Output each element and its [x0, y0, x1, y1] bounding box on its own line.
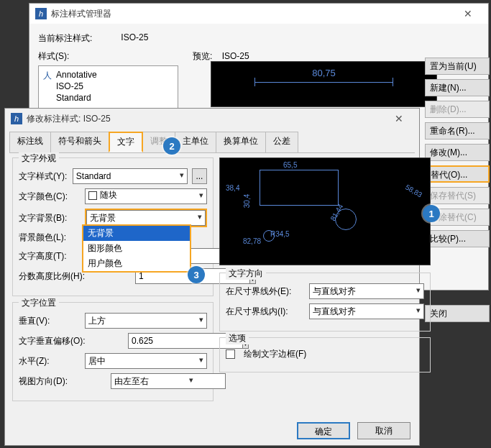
text-color-select[interactable]: 随块 — [85, 188, 207, 204]
horizontal-select[interactable] — [85, 353, 207, 369]
dialog-buttons: 确定 取消 — [297, 422, 410, 439]
mgr-title: 标注样式管理器 — [51, 8, 425, 20]
modify-dimstyle-dialog: h 修改标注样式: ISO-25 ✕ 标注线 符号和箭头 文字 调整 主单位 换… — [4, 108, 420, 446]
style-item-iso25[interactable]: ISO-25 — [40, 81, 176, 92]
text-style-browse-button[interactable]: ... — [192, 168, 207, 184]
tab-text[interactable]: 文字 — [109, 132, 143, 152]
horizontal-label: 水平(Z): — [19, 355, 81, 367]
delete-button[interactable]: 删除(D)... — [425, 101, 490, 118]
pv-dim: 82,78 — [243, 237, 261, 245]
pv-dim: 38,4 — [226, 184, 239, 192]
appearance-caption: 文字外观 — [19, 152, 59, 165]
dlg-title: 修改标注样式: ISO-25 — [27, 113, 385, 125]
text-color-label: 文字颜色(C): — [19, 191, 81, 203]
bg-color-label: 背景颜色(L): — [19, 232, 81, 244]
group-options: 选项 绘制文字边框(F) — [219, 337, 431, 372]
app-icon: h — [35, 8, 47, 19]
offset-label: 文字垂直偏移(O): — [19, 335, 98, 347]
draw-frame-label: 绘制文字边框(F) — [244, 348, 306, 360]
compare-button[interactable]: 比较(P)... — [425, 230, 490, 247]
dlg-preview-canvas: 65,5 38,4 30,4 81,44 58,83 82,78 R34,5 — [219, 157, 431, 265]
direction-caption: 文字方向 — [226, 268, 266, 280]
dlg-titlebar: h 修改标注样式: ISO-25 ✕ — [5, 109, 419, 129]
group-text-position: 文字位置 垂直(V): 文字垂直偏移(O): ▲▼ 水平(Z): 视图方向(D)… — [12, 302, 214, 401]
callout-marker-2: 2 — [163, 137, 180, 155]
current-style-value: ISO-25 — [121, 32, 148, 45]
tab-primary-units[interactable]: 主单位 — [175, 132, 216, 152]
text-bg-label: 文字背景(B): — [19, 212, 81, 224]
group-text-direction: 文字方向 在尺寸界线外(E): 在尺寸界线内(I): — [219, 273, 431, 332]
tabs-bar: 标注线 符号和箭头 文字 调整 主单位 换算单位 公差 — [9, 132, 415, 153]
outside-ext-label: 在尺寸界线外(E): — [226, 285, 305, 298]
text-bg-select[interactable] — [86, 210, 206, 226]
tab-line[interactable]: 标注线 — [9, 132, 51, 152]
new-button[interactable]: 新建(N)... — [425, 79, 490, 96]
text-bg-dropdown-list[interactable]: 无背景 图形颜色 用户颜色 — [82, 224, 191, 273]
styles-listbox[interactable]: 人Annotative ISO-25 Standard — [38, 65, 178, 110]
close-icon[interactable]: ✕ — [385, 113, 413, 124]
options-caption: 选项 — [226, 332, 249, 344]
modify-button[interactable]: 修改(M)... — [425, 144, 490, 161]
mgr-titlebar: h 标注样式管理器 ✕ — [29, 4, 488, 24]
inside-ext-select[interactable] — [309, 303, 424, 319]
style-item-standard[interactable]: Standard — [40, 92, 176, 104]
tab-alt-units[interactable]: 换算单位 — [216, 132, 266, 152]
tab-tolerance[interactable]: 公差 — [265, 132, 298, 152]
set-current-button[interactable]: 置为当前(U) — [425, 58, 490, 75]
vertical-select[interactable] — [85, 313, 207, 329]
inside-ext-label: 在尺寸界线内(I): — [226, 306, 305, 318]
style-item-annotative[interactable]: 人Annotative — [40, 69, 176, 81]
preview-label: 预览: — [193, 50, 212, 63]
pv-dim: 58,83 — [404, 183, 423, 198]
outside-ext-select[interactable] — [309, 283, 424, 299]
bg-option-drawingcolor[interactable]: 图形颜色 — [83, 241, 190, 256]
view-dir-label: 视图方向(D): — [19, 375, 81, 388]
vertical-label: 垂直(V): — [19, 315, 81, 327]
callout-marker-1: 1 — [423, 205, 440, 222]
text-style-select[interactable] — [73, 168, 188, 184]
draw-frame-checkbox[interactable] — [226, 349, 235, 359]
close-icon[interactable]: ✕ — [454, 8, 482, 19]
callout-marker-3: 3 — [188, 266, 205, 283]
bg-option-none[interactable]: 无背景 — [83, 226, 190, 241]
text-style-label: 文字样式(Y): — [19, 170, 68, 183]
pv-dim: 30,4 — [243, 194, 251, 208]
position-caption: 文字位置 — [19, 297, 59, 309]
mgr-preview-canvas: 80,75 — [211, 61, 437, 107]
current-style-label: 当前标注样式: — [38, 32, 92, 45]
preview-value: ISO-25 — [222, 51, 249, 61]
preview-dim-text: 80,75 — [312, 68, 336, 78]
tab-symbols[interactable]: 符号和箭头 — [50, 132, 109, 152]
text-height-label: 文字高度(T): — [19, 250, 81, 262]
group-text-appearance: 文字外观 文字样式(Y): ... 文字颜色(C): 随块 文字背景(B): 无… — [12, 157, 214, 296]
override-button[interactable]: 替代(O)... — [425, 165, 490, 183]
save-override-button[interactable]: 保存替代(S) — [425, 187, 490, 204]
color-swatch-icon — [88, 191, 97, 200]
cancel-button[interactable]: 取消 — [357, 422, 410, 439]
app-icon: h — [11, 113, 22, 124]
close-button[interactable]: 关闭 — [425, 305, 490, 322]
view-dir-select[interactable] — [111, 373, 226, 389]
side-buttons-column: 置为当前(U) 新建(N)... 删除(D)... 重命名(R)... 修改(M… — [425, 58, 490, 326]
styles-label: 样式(S): — [38, 50, 178, 63]
rename-button[interactable]: 重命名(R)... — [425, 122, 490, 140]
bg-option-usercolor[interactable]: 用户颜色 — [83, 256, 190, 271]
pv-dim: 65,5 — [283, 161, 297, 169]
ok-button[interactable]: 确定 — [297, 422, 350, 439]
